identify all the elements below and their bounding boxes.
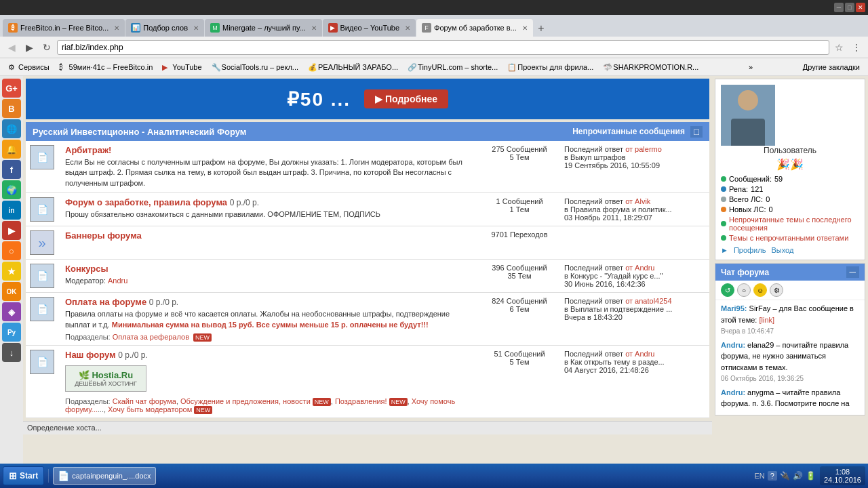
subforum-link-mod[interactable]: Хочу быть модератором — [108, 405, 192, 413]
subforum-link-referrals[interactable]: Оплата за рефералов — [113, 333, 189, 341]
tab-2-close[interactable]: ✕ — [193, 24, 199, 32]
forum-title-our-forum[interactable]: Наш форум 0 р./0 р. — [65, 350, 148, 360]
forum-last-user-payment[interactable]: от anatol4254 — [625, 297, 671, 305]
stat-link-unread-answers[interactable]: Темы с непрочитанными ответами — [729, 234, 848, 242]
forum-icon-payment: 📄 — [30, 297, 54, 321]
subforums-label-our-forum: Подразделы: — [65, 397, 111, 405]
forum-title-rules[interactable]: Форум о заработке, правила форума 0 р./0… — [65, 197, 259, 207]
tab-1[interactable]: ₿ FreeBitco.in – Free Bitco... ✕ — [3, 19, 125, 37]
profile-stats: Сообщений: 59 Репа: 121 Всего ЛС: 0 Новы… — [721, 175, 859, 242]
tab-4[interactable]: ▶ Видео – YouTube ✕ — [323, 19, 416, 37]
stat-dot-unread-topics — [721, 221, 726, 226]
forum-title-contests[interactable]: Конкурсы — [65, 264, 108, 274]
forum-last-user-arbitrage[interactable]: от palermo — [625, 145, 662, 153]
tab-5-close[interactable]: ✕ — [522, 24, 528, 32]
forum-desc-payment: Правила оплаты на форуме и всё что касае… — [65, 309, 473, 330]
forum-unread-label: Непрочитанные сообщения — [572, 127, 685, 136]
start-button[interactable]: ⊞ Start — [3, 466, 44, 485]
social-icon-facebook[interactable]: f — [2, 160, 21, 179]
close-button[interactable]: ✕ — [856, 3, 865, 12]
social-icon-globe[interactable]: 🌍 — [2, 180, 21, 199]
chat-icon-3[interactable]: ☺ — [753, 283, 767, 297]
chat-icon-1[interactable]: ↺ — [721, 283, 734, 297]
bookmark-freebitco[interactable]: ₿ 59мин·41с – FreeBitco.in — [55, 62, 157, 73]
bookmark-services[interactable]: ⚙ Сервисы — [4, 62, 54, 73]
social-icon-py[interactable]: Py — [2, 323, 21, 342]
bookmarks-more-button[interactable]: » — [746, 62, 755, 73]
forum-topics-payment: 6 Тем — [483, 305, 556, 313]
forum-last-user-rules[interactable]: от Alvik — [625, 197, 650, 205]
bookmark-youtube[interactable]: ▶ YouTube — [158, 62, 205, 73]
bookmark-projects[interactable]: 📋 Проекты для фрила... — [503, 62, 597, 73]
subforum-link-discussion[interactable]: Обсуждение и предложения, новости — [180, 397, 311, 405]
banner-cta[interactable]: ▶ Подробнее — [364, 89, 448, 108]
social-icon-youtube[interactable]: ▶ — [2, 221, 21, 240]
stat-dot-unread-answers — [721, 235, 726, 241]
forum-collapse-button[interactable]: □ — [690, 126, 703, 138]
reload-button[interactable]: ↻ — [39, 40, 54, 55]
forum-icon-cell-rules: 📄 — [26, 193, 60, 226]
forum-mod-link-contests[interactable]: Andru — [108, 277, 127, 285]
settings-button[interactable]: ⋮ — [849, 40, 864, 55]
bookmark-tinyurl[interactable]: 🔗 TinyURL.com – shorte... — [403, 62, 502, 73]
stat-value-total-pm: 0 — [766, 195, 770, 203]
forum-title-arbitrage[interactable]: Арбитраж! — [65, 145, 111, 155]
volume-icon[interactable]: 🔊 — [793, 471, 803, 481]
other-bookmarks[interactable]: Другие закладки — [799, 62, 864, 73]
chat-collapse-button[interactable]: ─ — [846, 266, 859, 278]
bookmark-shark-label: SHARKPROMOTION.R... — [613, 63, 698, 71]
tab-1-close[interactable]: ✕ — [114, 24, 119, 32]
new-tab-button[interactable]: + — [533, 20, 549, 37]
bookmark-realzarabotok[interactable]: 💰 РЕАЛЬНЫЙ ЗАРАБО... — [304, 62, 402, 73]
back-button[interactable]: ◀ — [4, 40, 19, 55]
address-bar[interactable]: riaf.biz/index.php — [57, 40, 829, 55]
chat-link-1[interactable]: [link] — [759, 316, 774, 324]
tab-4-close[interactable]: ✕ — [405, 24, 410, 32]
maximize-button[interactable]: □ — [845, 3, 854, 12]
subforum-link-congrats[interactable]: Поздравления! — [335, 397, 387, 405]
forward-button[interactable]: ▶ — [22, 40, 37, 55]
forum-title-payment[interactable]: Оплата на форуме 0 р./0 р. — [65, 297, 178, 307]
hostia-ad[interactable]: 🌿 Hostia.Ru ДЕШЁВЫЙ ХОСТИНГ — [65, 365, 146, 392]
profile-link[interactable]: Профиль — [734, 246, 766, 254]
forum-icon-cell-arbitrage: 📄 — [26, 141, 60, 193]
chat-icon-4[interactable]: ⚙ — [770, 283, 783, 297]
social-icon-vk[interactable]: ◈ — [2, 302, 21, 321]
bookmark-socialtools[interactable]: 🔧 SocialTools.ru – рекл... — [208, 62, 302, 73]
forum-last-post-label-contests: Последний ответ от Andru — [564, 264, 705, 272]
tab-3-close[interactable]: ✕ — [311, 24, 317, 32]
bookmark-socialtools-label: SocialTools.ru – рекл... — [222, 63, 298, 71]
social-icon-linkedin[interactable]: in — [2, 201, 21, 220]
stat-link-unread-topics[interactable]: Непрочитанные темы с последнего посещени… — [729, 216, 859, 232]
profile-label: Пользователь — [721, 146, 859, 155]
social-icon-gplus[interactable]: G+ — [2, 79, 21, 98]
forum-desc-arbitrage: Если Вы не согласны с полученным штрафом… — [65, 157, 473, 188]
tab-5[interactable]: F Форум об заработке в... ✕ — [416, 19, 533, 37]
forum-last-user-our-forum[interactable]: от Andru — [625, 350, 654, 358]
tab-3[interactable]: M Minergate – лучший пу... ✕ — [205, 19, 322, 37]
forum-last-user-contests[interactable]: от Andru — [625, 264, 654, 272]
chat-time-1: Вчера в 10:46:47 — [721, 327, 774, 335]
bookmark-star-icon[interactable]: ☆ — [832, 42, 846, 53]
tab-2[interactable]: 📊 Подбор слов ✕ — [125, 19, 204, 37]
subforum-link-skype[interactable]: Скайп чат форума — [113, 397, 176, 405]
arrows-icon-banners: » — [38, 235, 45, 251]
social-icon-circle[interactable]: ○ — [2, 241, 21, 260]
bookmark-shark[interactable]: 🦈 SHARKPROMOTION.R... — [599, 62, 703, 73]
logout-link[interactable]: Выход — [771, 246, 793, 254]
social-icon-web[interactable]: 🌐 — [2, 119, 21, 138]
taskbar-app-word[interactable]: 📄 captainpenguin_....docx — [53, 467, 155, 485]
social-icon-down[interactable]: ↓ — [2, 343, 21, 362]
help-icon[interactable]: ? — [768, 471, 777, 481]
forum-title-banners[interactable]: Баннеры форума — [65, 230, 142, 241]
minimize-button[interactable]: ─ — [834, 3, 844, 12]
social-icon-notify[interactable]: 🔔 — [2, 140, 21, 159]
forum-last-post-label-our-forum: Последний ответ от Andru — [564, 350, 705, 358]
forum-posts-rules: 1 Сообщений — [483, 197, 556, 205]
social-icon-blog[interactable]: B — [2, 99, 21, 118]
forum-icon-contests: 📄 — [30, 264, 54, 288]
social-icon-star[interactable]: ★ — [2, 262, 21, 281]
stat-row-rep: Репа: 121 — [721, 185, 859, 193]
social-icon-ok[interactable]: OK — [2, 282, 21, 301]
chat-icon-2[interactable]: ○ — [737, 283, 751, 297]
